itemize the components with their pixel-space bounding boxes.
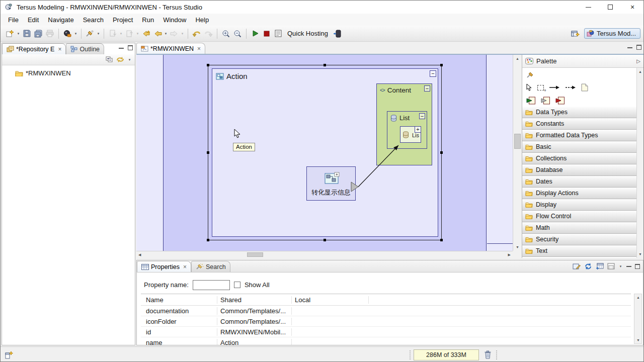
add-property-button[interactable] — [596, 263, 604, 270]
palette-category-security[interactable]: Security — [522, 234, 637, 245]
action-collapse-button[interactable]: − — [430, 70, 436, 77]
fast-view-icon[interactable] — [5, 351, 14, 359]
run-button[interactable] — [250, 28, 261, 40]
palette-header[interactable]: Palette ▷ — [522, 55, 643, 68]
quick-hosting-button[interactable]: Quick Hosting — [284, 30, 331, 37]
tab-properties[interactable]: Properties × — [137, 261, 191, 272]
palette-category-flow-control[interactable]: Flow Control — [522, 211, 637, 222]
horizontal-scroll-thumb[interactable] — [247, 252, 263, 257]
diagram-canvas[interactable]: Action − <> Content − — [136, 55, 513, 251]
editor-tab-close[interactable]: × — [197, 45, 201, 52]
next-annotation-dropdown[interactable]: ▾ — [119, 32, 123, 36]
previous-annotation-dropdown[interactable]: ▾ — [135, 32, 140, 36]
palette-category-display-actions[interactable]: Display Actions — [522, 188, 637, 199]
pin-editor-button[interactable] — [573, 263, 581, 270]
palette-category-constants[interactable]: Constants — [522, 118, 637, 130]
scroll-right-icon[interactable]: ▶ — [508, 253, 511, 257]
trigger-gray-tool[interactable] — [541, 97, 550, 105]
zoom-out-button[interactable] — [232, 28, 243, 40]
palette-category-text[interactable]: Text — [522, 245, 637, 257]
tab-editor-rmwxinwen[interactable]: *RMWXINWEN × — [136, 43, 205, 54]
menu-run[interactable]: Run — [137, 15, 158, 25]
table-row[interactable]: id RMWXINWEN/Mobil... — [141, 327, 631, 337]
back-button[interactable] — [152, 28, 163, 40]
new-wizard-dropdown[interactable]: ▾ — [16, 32, 21, 36]
trigger-green-tool[interactable] — [526, 97, 536, 105]
minimize-button[interactable] — [577, 1, 599, 14]
print-button[interactable] — [44, 28, 55, 40]
note-tool[interactable] — [581, 83, 588, 92]
selection-handle[interactable] — [207, 64, 209, 66]
properties-maximize-button[interactable] — [635, 264, 640, 269]
property-name-input[interactable] — [193, 280, 230, 290]
palette-category-formatted-data-types[interactable]: Formatted Data Types — [522, 130, 637, 141]
table-row[interactable]: iconFolder Common/Templates/... — [141, 316, 631, 327]
last-edit-location-button[interactable] — [140, 28, 151, 40]
flow-arrow-tool[interactable] — [549, 85, 560, 90]
transform-element[interactable]: 转化显示信息 — [306, 166, 356, 201]
marquee-tool[interactable] — [537, 85, 544, 90]
list-item-element[interactable]: Lis + — [400, 126, 421, 143]
palette-category-display[interactable]: Display — [522, 199, 637, 211]
show-advanced-button[interactable] — [607, 263, 615, 269]
palette-category-collections[interactable]: Collections — [522, 153, 637, 164]
selection-handle[interactable] — [324, 239, 326, 241]
show-all-checkbox[interactable] — [234, 282, 240, 288]
run-garbage-collector-button[interactable] — [484, 350, 492, 359]
zoom-in-button[interactable] — [220, 28, 231, 40]
maximize-button[interactable] — [599, 1, 621, 14]
stop-button[interactable] — [261, 28, 272, 40]
list-item-expand-button[interactable]: + — [415, 126, 421, 133]
scroll-left-icon[interactable]: ◀ — [138, 253, 141, 257]
canvas-horizontal-scrollbar[interactable]: ◀ ▶ — [136, 251, 513, 258]
scroll-down-icon[interactable]: ▼ — [516, 245, 519, 249]
selection-handle[interactable] — [440, 239, 443, 241]
refresh-button[interactable] — [584, 262, 592, 270]
selection-handle[interactable] — [207, 239, 209, 241]
left-panel-minimize-button[interactable] — [119, 47, 124, 49]
palette-category-database[interactable]: Database — [522, 164, 637, 176]
palette-scroll-up-icon[interactable]: ▲ — [638, 70, 642, 73]
search-brush-dropdown[interactable]: ▾ — [96, 32, 101, 36]
palette-category-math[interactable]: Math — [522, 222, 637, 234]
editor-maximize-button[interactable] — [636, 45, 641, 50]
dashed-arrow-tool[interactable] — [565, 85, 576, 90]
tab-properties-close[interactable]: × — [183, 263, 187, 270]
list-collapse-button[interactable]: − — [419, 113, 425, 119]
forward-button[interactable] — [169, 28, 180, 40]
menu-navigate[interactable]: Navigate — [43, 15, 78, 25]
selection-handle[interactable] — [324, 64, 326, 66]
previous-annotation-button[interactable] — [124, 28, 135, 40]
palette-scrollbar[interactable]: ▲ ▼ — [636, 68, 643, 258]
launch-web-server-button[interactable] — [62, 28, 73, 40]
palette-scroll-down-icon[interactable]: ▼ — [638, 252, 642, 256]
menu-search[interactable]: Search — [78, 15, 108, 25]
open-perspective-button[interactable] — [570, 27, 581, 39]
undo-button[interactable] — [191, 28, 202, 40]
selection-handle[interactable] — [440, 151, 443, 154]
menu-help[interactable]: Help — [191, 15, 213, 25]
close-button[interactable]: × — [621, 1, 643, 14]
link-with-editor-button[interactable] — [116, 56, 124, 63]
properties-scroll-down-icon[interactable]: ▼ — [636, 338, 640, 342]
editor-minimize-button[interactable] — [627, 47, 632, 48]
perspective-tersus-button[interactable]: Tersus Mod... — [584, 28, 640, 39]
forward-dropdown[interactable]: ▾ — [180, 32, 185, 36]
menu-window[interactable]: Window — [158, 15, 191, 25]
tab-repository-explorer[interactable]: *Repository E × — [2, 43, 66, 54]
palette-pin-icon[interactable]: ▷ — [636, 58, 640, 64]
palette-brush-tool[interactable] — [526, 71, 535, 78]
selection-handle[interactable] — [440, 64, 443, 66]
save-all-button[interactable] — [33, 28, 44, 40]
next-annotation-button[interactable] — [107, 28, 118, 40]
palette-category-dates[interactable]: Dates — [522, 176, 637, 188]
trigger-red-tool[interactable] — [555, 97, 565, 105]
menu-edit[interactable]: Edit — [23, 15, 43, 25]
menu-file[interactable]: File — [4, 15, 23, 25]
scroll-up-icon[interactable]: ▲ — [516, 57, 519, 60]
properties-menu-button[interactable]: ▾ — [618, 264, 623, 268]
collapse-all-button[interactable] — [106, 56, 113, 63]
properties-scroll-up-icon[interactable]: ▲ — [636, 296, 640, 299]
table-row[interactable]: documentation Common/Templates/... — [141, 306, 631, 316]
grip-handle[interactable] — [409, 350, 411, 360]
